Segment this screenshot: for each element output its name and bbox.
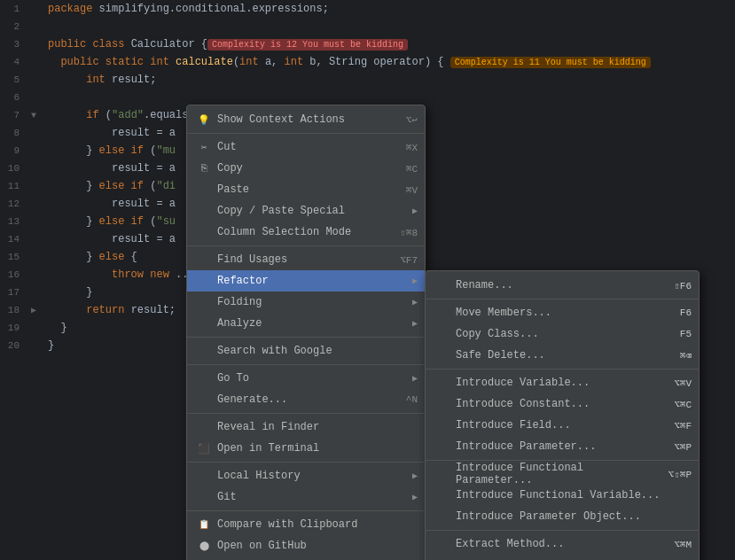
github-icon: ⬤ <box>196 538 212 554</box>
arrow-right-git: ▶ <box>412 492 418 502</box>
menu-item-analyze[interactable]: Analyze ▶ <box>187 313 425 334</box>
sub-sep-4 <box>426 530 699 531</box>
folding-icon <box>196 294 212 310</box>
line-3: 3 public class Calculator {Complexity is… <box>0 35 735 53</box>
menu-item-create-gist[interactable]: ⬤ Create Gist... <box>187 556 425 560</box>
menu-item-paste[interactable]: Paste ⌘V <box>187 179 425 200</box>
refactor-submenu: Rename... ⇧F6 Move Members... F6 Copy Cl… <box>425 270 700 560</box>
line-6: 6 <box>0 89 735 106</box>
separator-4 <box>187 364 425 365</box>
menu-item-git[interactable]: Git ▶ <box>187 486 425 508</box>
arrow-right-analyze: ▶ <box>412 318 418 329</box>
menu-item-local-history[interactable]: Local History ▶ <box>187 465 425 486</box>
arrow-right-icon: ▶ <box>412 276 418 286</box>
separator-5 <box>187 413 425 414</box>
column-selection-icon <box>196 224 212 240</box>
arrow-right-goto: ▶ <box>412 373 418 384</box>
sub-sep-1 <box>426 299 699 299</box>
find-usages-icon <box>196 252 212 268</box>
submenu-copy-class[interactable]: Copy Class... F5 <box>426 323 699 345</box>
menu-item-column-selection[interactable]: Column Selection Mode ⇧⌘8 <box>187 222 425 243</box>
separator-7 <box>187 510 425 511</box>
sub-sep-2 <box>426 369 699 369</box>
finder-icon <box>196 419 212 435</box>
menu-item-search-google[interactable]: Search with Google <box>187 340 425 362</box>
menu-item-reveal-finder[interactable]: Reveal in Finder <box>187 416 425 438</box>
context-menu: 💡 Show Context Actions ⌥↩ ✂ Cut ⌘X ⎘ Cop… <box>186 105 426 560</box>
separator-2 <box>187 245 425 246</box>
generate-icon <box>196 392 212 408</box>
goto-icon <box>196 370 212 386</box>
separator-1 <box>187 133 425 134</box>
menu-item-show-context[interactable]: 💡 Show Context Actions ⌥↩ <box>187 109 425 130</box>
copy-icon: ⎘ <box>196 160 212 176</box>
git-icon <box>196 489 212 505</box>
menu-item-refactor[interactable]: Refactor ▶ Rename... ⇧F6 Move Members...… <box>187 270 425 292</box>
line-1: 1 package simplifying.conditional.expres… <box>0 0 735 18</box>
submenu-introduce-constant[interactable]: Introduce Constant... ⌥⌘C <box>426 393 699 415</box>
menu-item-copy[interactable]: ⎘ Copy ⌘C <box>187 158 425 179</box>
line-5: 5 int result; <box>0 71 735 89</box>
arrow-icon: ▶ <box>412 206 418 216</box>
analyze-icon <box>196 315 212 331</box>
submenu-move-members[interactable]: Move Members... F6 <box>426 302 699 323</box>
submenu-rename[interactable]: Rename... ⇧F6 <box>426 275 699 296</box>
submenu-introduce-parameter[interactable]: Introduce Parameter... ⌥⌘P <box>426 436 699 457</box>
menu-item-copy-paste-special[interactable]: Copy / Paste Special ▶ <box>187 200 425 222</box>
separator-3 <box>187 337 425 338</box>
arrow-right-folding: ▶ <box>412 297 418 307</box>
refactor-icon <box>196 273 212 289</box>
menu-item-find-usages[interactable]: Find Usages ⌥F7 <box>187 249 425 270</box>
terminal-icon: ⬛ <box>196 440 212 456</box>
menu-item-compare-clipboard[interactable]: 📋 Compare with Clipboard <box>187 514 425 535</box>
cut-icon: ✂ <box>196 139 212 155</box>
clipboard-icon: 📋 <box>196 517 212 533</box>
line-4: 4 public static int calculate(int a, int… <box>0 53 735 71</box>
menu-item-open-github[interactable]: ⬤ Open on GitHub <box>187 535 425 556</box>
menu-item-go-to[interactable]: Go To ▶ <box>187 368 425 389</box>
line-2: 2 <box>0 18 735 35</box>
submenu-introduce-variable[interactable]: Introduce Variable... ⌥⌘V <box>426 372 699 393</box>
submenu-introduce-functional-param[interactable]: Introduce Functional Parameter... ⌥⇧⌘P <box>426 463 699 485</box>
menu-item-cut[interactable]: ✂ Cut ⌘X <box>187 136 425 158</box>
google-icon <box>196 343 212 359</box>
submenu-introduce-field[interactable]: Introduce Field... ⌥⌘F <box>426 415 699 436</box>
copy-paste-special-icon <box>196 203 212 219</box>
local-history-icon <box>196 468 212 484</box>
light-bulb-icon: 💡 <box>196 112 212 128</box>
paste-icon <box>196 182 212 198</box>
sub-sep-3 <box>426 460 699 461</box>
menu-item-folding[interactable]: Folding ▶ <box>187 292 425 313</box>
arrow-right-history: ▶ <box>412 471 418 481</box>
submenu-extract-method[interactable]: Extract Method... ⌥⌘M <box>426 533 699 555</box>
submenu-type-parameter[interactable]: Type Parameter... <box>426 555 699 560</box>
submenu-introduce-parameter-obj[interactable]: Introduce Parameter Object... <box>426 506 699 527</box>
submenu-safe-delete[interactable]: Safe Delete... ⌘⌫ <box>426 345 699 366</box>
menu-item-open-terminal[interactable]: ⬛ Open in Terminal <box>187 438 425 459</box>
submenu-introduce-functional-var[interactable]: Introduce Functional Variable... <box>426 485 699 506</box>
separator-6 <box>187 462 425 463</box>
menu-item-generate[interactable]: Generate... ^N <box>187 389 425 410</box>
